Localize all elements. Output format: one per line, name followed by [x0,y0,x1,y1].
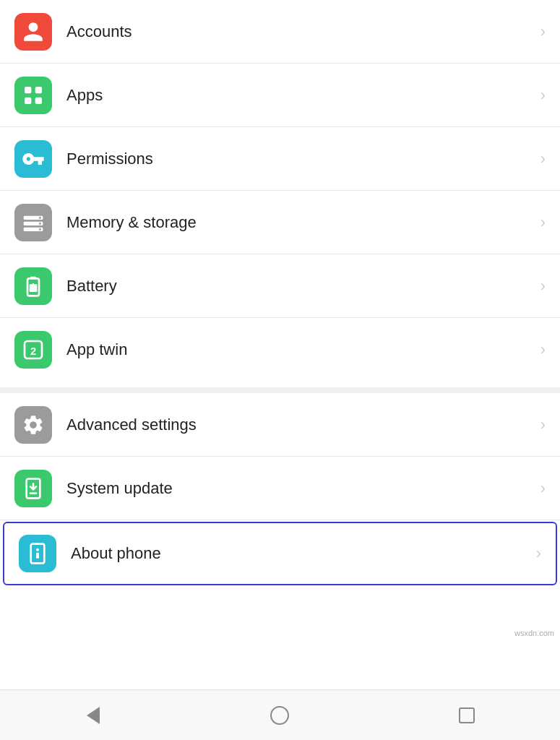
svg-rect-7 [39,217,41,219]
settings-item-advanced-settings[interactable]: Advanced settings › [0,393,560,457]
settings-item-system-update[interactable]: System update › [0,457,560,520]
app-twin-label: App twin [66,340,533,359]
settings-item-memory-storage[interactable]: Memory & storage › [0,191,560,254]
settings-item-app-twin[interactable]: 2 App twin › [0,318,560,382]
svg-rect-1 [35,87,42,93]
memory-storage-label: Memory & storage [66,213,533,232]
settings-item-permissions[interactable]: Permissions › [0,127,560,191]
home-button[interactable] [258,701,301,730]
apps-icon-wrapper [14,77,52,114]
app-twin-icon: 2 [22,338,45,361]
watermark: wsxdn.com [514,629,554,637]
settings-item-apps[interactable]: Apps › [0,64,560,127]
system-update-icon [22,477,45,500]
settings-group-2: Advanced settings › System update › [0,387,560,585]
system-update-label: System update [66,479,533,498]
system-update-chevron: › [540,479,546,498]
accounts-label: Accounts [66,22,533,41]
svg-rect-19 [36,553,39,559]
app-twin-icon-wrapper: 2 [14,331,52,369]
accounts-icon [22,20,45,43]
svg-rect-11 [30,276,36,278]
svg-rect-9 [39,228,41,231]
about-phone-icon-wrapper [19,535,56,572]
battery-icon-wrapper [14,267,52,305]
back-button[interactable] [72,701,115,730]
about-phone-label: About phone [71,544,529,563]
app-twin-chevron: › [540,340,546,359]
memory-storage-icon [22,211,45,234]
settings-group-1: Accounts › Apps › Permiss [0,0,560,382]
permissions-icon [22,147,45,171]
settings-list: Accounts › Apps › Permiss [0,0,560,689]
apps-icon [22,84,45,107]
gear-icon [22,413,45,436]
home-icon [270,706,289,725]
recent-button[interactable] [445,701,488,730]
battery-chevron: › [540,277,546,296]
svg-rect-0 [25,87,31,93]
advanced-settings-icon-wrapper [14,406,52,444]
svg-text:2: 2 [30,345,36,357]
memory-storage-chevron: › [540,213,546,232]
back-icon [87,707,100,724]
accounts-chevron: › [540,22,546,41]
svg-rect-2 [25,97,31,103]
apps-label: Apps [66,86,533,105]
svg-point-18 [36,548,39,551]
about-phone-icon [26,542,49,565]
system-update-icon-wrapper [14,470,52,507]
battery-label: Battery [66,277,533,296]
svg-rect-8 [39,223,41,225]
about-phone-chevron: › [536,544,541,563]
accounts-icon-wrapper [14,13,52,51]
advanced-settings-label: Advanced settings [66,416,533,434]
permissions-chevron: › [540,150,546,168]
advanced-settings-chevron: › [540,416,546,434]
svg-rect-3 [35,97,42,103]
settings-item-accounts[interactable]: Accounts › [0,0,560,64]
permissions-icon-wrapper [14,140,52,178]
battery-icon [22,275,45,298]
recent-icon [459,707,475,723]
bottom-navigation [0,689,560,740]
memory-storage-icon-wrapper [14,204,52,241]
permissions-label: Permissions [66,150,533,168]
settings-item-battery[interactable]: Battery › [0,254,560,318]
settings-item-about-phone[interactable]: About phone › [3,522,557,585]
apps-chevron: › [540,86,546,105]
